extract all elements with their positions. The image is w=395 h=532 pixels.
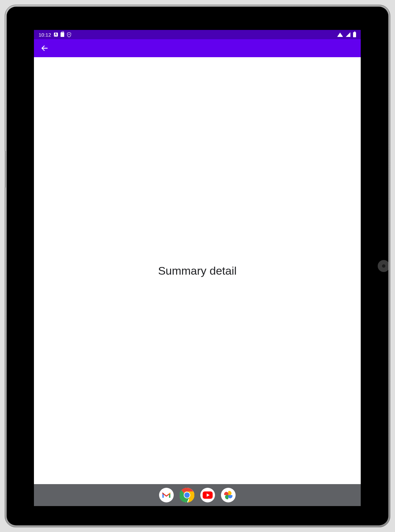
status-bar: 10:12 A [34,30,361,39]
status-time: 10:12 [39,32,51,37]
taskbar-app-chrome[interactable] [180,488,194,502]
keyboard-indicator-icon: A [54,33,58,37]
power-button[interactable] [5,151,6,188]
wifi-icon [337,33,343,37]
battery-icon [353,32,356,37]
app-bar [34,39,361,57]
taskbar-app-photos[interactable] [221,488,236,502]
front-camera [378,260,388,272]
gmail-icon [161,491,171,499]
content-area: Summary detail [34,57,361,484]
youtube-icon [203,491,213,499]
vpn-shield-icon [67,32,71,37]
page-title: Summary detail [158,264,237,277]
taskbar [34,484,361,506]
chrome-icon [180,488,194,502]
device-screen: 10:12 A [34,30,361,506]
taskbar-app-youtube[interactable] [200,488,215,502]
svg-point-3 [184,492,190,498]
taskbar-app-gmail[interactable] [159,488,174,502]
clipboard-icon [61,32,64,37]
tablet-bezel: 10:12 A [7,7,388,525]
photos-icon [223,490,233,500]
arrow-back-icon [41,44,49,52]
tablet-frame: 10:12 A [5,5,390,527]
cellular-signal-icon [346,32,350,37]
back-button[interactable] [38,42,51,55]
